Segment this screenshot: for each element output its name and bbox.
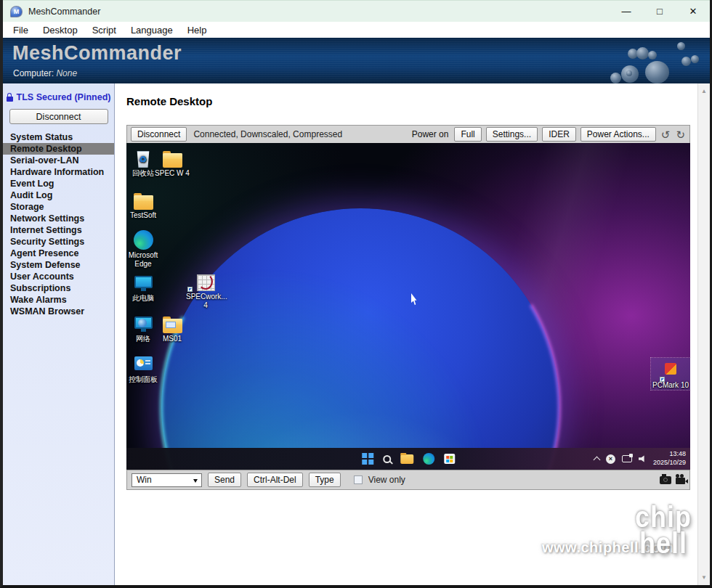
network-icon xyxy=(134,317,153,329)
tls-status: TLS Secured (Pinned) xyxy=(3,92,114,102)
folder-icon xyxy=(134,195,153,210)
control-panel-icon xyxy=(134,356,153,370)
app-icon: M xyxy=(10,6,23,17)
logo-bubble xyxy=(691,55,699,63)
microsoft-store-icon[interactable] xyxy=(444,454,455,464)
sidebar-item-serial-over-lan[interactable]: Serial-over-LAN xyxy=(3,155,114,166)
sidebar-item-wake-alarms[interactable]: Wake Alarms xyxy=(3,294,114,306)
edge-taskbar-icon[interactable] xyxy=(423,453,434,465)
logo-bubble xyxy=(681,57,691,66)
rotate-ccw-icon[interactable]: ↺ xyxy=(660,129,671,140)
type-button[interactable]: Type xyxy=(309,473,341,487)
menu-file[interactable]: File xyxy=(6,23,36,38)
desktop-icon-label: 此电脑 xyxy=(126,294,163,303)
desktop-icon-label: PCMark 10 xyxy=(651,381,690,390)
computer-value: None xyxy=(56,68,77,78)
desktop-icon-spec-w4[interactable]: SPEC W 4 xyxy=(153,146,192,178)
window-body: TLS Secured (Pinned) Disconnect System S… xyxy=(3,83,710,585)
remote-desktop-screen[interactable]: ♻ 回收站 SPEC W 4 TestSoft Microsoft Edge xyxy=(126,143,690,470)
sidebar-item-storage[interactable]: Storage xyxy=(3,201,114,213)
scroll-up-icon[interactable]: ▲ xyxy=(698,88,710,94)
lock-icon xyxy=(7,97,13,102)
desktop-icon-this-pc[interactable]: 此电脑 xyxy=(126,271,163,303)
desktop-icon-pcmark10[interactable]: PCMark 10 xyxy=(651,358,690,390)
computer-label: Computer: xyxy=(13,68,54,78)
desktop-icon-label: SPECwork... xyxy=(186,293,225,301)
tray-chevron-icon[interactable] xyxy=(594,457,601,464)
sidebar-item-agent-presence[interactable]: Agent Presence xyxy=(3,248,114,259)
sidebar-item-hardware-information[interactable]: Hardware Information xyxy=(3,166,114,178)
logo-bubble xyxy=(636,47,649,60)
page-title: Remote Desktop xyxy=(126,95,212,107)
desktop-icon-specworkstation[interactable]: SPECwork... 4 xyxy=(186,269,225,310)
menu-language[interactable]: Language xyxy=(124,23,180,38)
meshcommander-window: M MeshCommander — □ ✕ File Desktop Scrip… xyxy=(0,0,712,588)
record-video-icon[interactable] xyxy=(676,478,685,484)
send-button[interactable]: Send xyxy=(208,473,241,487)
computer-status: Computer: None xyxy=(13,68,77,78)
taskbar-center-icons xyxy=(362,448,455,470)
close-button[interactable]: ✕ xyxy=(676,1,710,22)
sidebar-item-remote-desktop[interactable]: Remote Desktop xyxy=(3,143,114,155)
app-header: MeshCommander Computer: None xyxy=(3,38,710,83)
tray-circle-x-icon[interactable]: × xyxy=(606,454,615,464)
desktop-icon-label: TestSoft xyxy=(126,211,163,220)
sidebar-item-system-defense[interactable]: System Defense xyxy=(3,259,114,271)
window-controls: — □ ✕ xyxy=(610,1,710,22)
sidebar-item-audit-log[interactable]: Audit Log xyxy=(3,189,114,201)
sidebar-item-network-settings[interactable]: Network Settings xyxy=(3,213,114,224)
menu-help[interactable]: Help xyxy=(180,23,214,38)
maximize-button[interactable]: □ xyxy=(643,1,676,22)
ctrl-alt-del-button[interactable]: Ctrl-Alt-Del xyxy=(247,473,303,487)
desktop-icon-label: Microsoft Edge xyxy=(126,251,163,269)
viewer-disconnect-button[interactable]: Disconnect xyxy=(131,127,187,142)
ider-button[interactable]: IDER xyxy=(542,127,576,142)
power-actions-button[interactable]: Power Actions... xyxy=(580,127,656,142)
file-explorer-icon[interactable] xyxy=(400,454,413,464)
desktop-icon-ms01[interactable]: MS01 xyxy=(153,311,192,343)
remote-taskbar: × 13:48 2025/10/29 xyxy=(126,448,690,470)
main-content: Remote Desktop Disconnect Connected, Dow… xyxy=(115,83,697,585)
system-tray: × 13:48 2025/10/29 xyxy=(594,448,686,470)
viewer-controls-bar: Win Send Ctrl-Alt-Del Type View only xyxy=(126,470,690,490)
settings-button[interactable]: Settings... xyxy=(486,127,538,142)
chart-icon xyxy=(197,274,215,291)
menu-script[interactable]: Script xyxy=(85,23,124,38)
view-only-checkbox[interactable] xyxy=(354,475,363,484)
menu-desktop[interactable]: Desktop xyxy=(36,23,85,38)
title-bar: M MeshCommander — □ ✕ xyxy=(3,0,710,22)
viewer-toolbar: Disconnect Connected, Downscaled, Compre… xyxy=(126,125,690,144)
power-state-label: Power on xyxy=(412,129,449,139)
desktop-icon-control-panel[interactable]: 控制面板 xyxy=(126,352,163,384)
clock-date: 2025/10/29 xyxy=(653,459,686,467)
scroll-down-icon[interactable]: ▼ xyxy=(698,574,710,581)
recycle-bin-icon: ♻ xyxy=(137,151,150,168)
special-key-select[interactable]: Win xyxy=(132,473,202,487)
desktop-icon-testsoft[interactable]: TestSoft xyxy=(126,188,163,220)
minimize-button[interactable]: — xyxy=(610,1,643,22)
document-icon xyxy=(166,322,176,328)
desktop-icon-microsoft-edge[interactable]: Microsoft Edge xyxy=(126,228,163,269)
start-button-icon[interactable] xyxy=(362,453,373,465)
sidebar-item-system-status[interactable]: System Status xyxy=(3,131,114,143)
sidebar-item-internet-settings[interactable]: Internet Settings xyxy=(3,224,114,236)
sidebar-item-user-accounts[interactable]: User Accounts xyxy=(3,271,114,282)
pcmark-icon xyxy=(665,363,676,375)
logo-bubble xyxy=(648,51,657,60)
chiphell-logo-line2: hell xyxy=(632,530,695,557)
sidebar-item-security-settings[interactable]: Security Settings xyxy=(3,236,114,248)
taskbar-clock[interactable]: 13:48 2025/10/29 xyxy=(653,450,686,467)
search-icon[interactable] xyxy=(383,455,391,463)
sidebar-disconnect-button[interactable]: Disconnect xyxy=(9,109,108,124)
brand-title: MeshCommander xyxy=(12,42,182,65)
rotate-cw-icon[interactable]: ↻ xyxy=(675,129,686,140)
screenshot-camera-icon[interactable] xyxy=(660,476,671,484)
tray-display-icon[interactable] xyxy=(622,455,632,462)
vertical-scrollbar[interactable]: ▲ ▼ xyxy=(697,83,710,585)
tray-speaker-icon[interactable] xyxy=(639,455,647,462)
sidebar-item-subscriptions[interactable]: Subscriptions xyxy=(3,282,114,294)
full-button[interactable]: Full xyxy=(454,127,481,142)
sidebar-item-event-log[interactable]: Event Log xyxy=(3,178,114,189)
view-only-label: View only xyxy=(368,475,405,485)
sidebar-item-wsman-browser[interactable]: WSMAN Browser xyxy=(3,306,114,317)
